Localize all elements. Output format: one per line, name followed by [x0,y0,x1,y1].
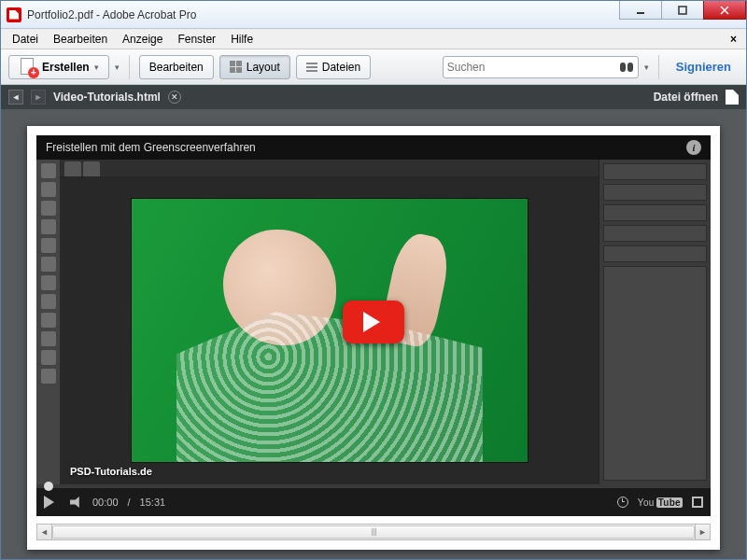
menubar-close-icon[interactable]: × [725,33,742,46]
separator [658,55,659,79]
search-input[interactable] [447,61,619,74]
photoshop-toolbar [36,160,61,484]
horizontal-scrollbar[interactable]: ◄ ► [36,524,711,540]
svg-rect-0 [637,12,644,14]
bearbeiten-button[interactable]: Bearbeiten [139,55,214,79]
menu-hilfe[interactable]: Hilfe [223,31,261,48]
menu-anzeige[interactable]: Anzeige [115,31,170,48]
search-options-chevron-icon[interactable]: ▾ [644,63,649,72]
video-controls: 00:00 / 15:31 YouTube [36,488,711,516]
watch-later-icon[interactable] [617,497,628,508]
video-title: Freistellen mit dem Greenscreenverfahren [46,141,256,154]
document-stage: Freistellen mit dem Greenscreenverfahren… [1,109,746,559]
volume-icon[interactable] [70,497,83,508]
document-page: Freistellen mit dem Greenscreenverfahren… [27,126,720,550]
photoshop-panels [599,160,711,484]
progress-thumb[interactable] [44,482,53,491]
youtube-logo[interactable]: YouTube [638,497,683,508]
menu-fenster[interactable]: Fenster [170,31,223,48]
nav-forward-button[interactable]: ► [31,90,46,105]
photoshop-doc-tabs [61,160,599,176]
close-button[interactable] [703,1,746,20]
document-filename: Video-Tutorials.html [53,91,161,104]
window-controls [620,1,746,20]
scroll-left-button[interactable]: ◄ [37,525,52,539]
open-file-button[interactable]: Datei öffnen [654,91,718,104]
open-file-icon[interactable] [726,90,739,105]
document-tabstrip: ◄ ► Video-Tutorials.html ✕ Datei öffnen [1,85,746,109]
play-icon[interactable] [44,496,61,509]
tab-close-button[interactable]: ✕ [168,91,181,104]
bearbeiten-label: Bearbeiten [149,61,204,74]
erstellen-button[interactable]: + Erstellen ▾ [8,55,109,79]
time-total: 15:31 [140,497,166,508]
svg-rect-1 [679,7,686,14]
scroll-thumb[interactable] [52,525,695,539]
menu-bearbeiten[interactable]: Bearbeiten [46,31,115,48]
video-progress-bar[interactable] [36,484,711,488]
create-document-icon: + [19,58,37,77]
scroll-right-button[interactable]: ► [695,525,710,539]
application-window: Portfolio2.pdf - Adobe Acrobat Pro Datei… [0,0,747,560]
dateien-label: Dateien [322,61,360,74]
youtube-play-button[interactable] [343,301,404,343]
video-titlebar: Freistellen mit dem Greenscreenverfahren… [36,135,711,160]
binoculars-icon[interactable] [619,61,634,74]
nav-back-button[interactable]: ◄ [8,90,23,105]
fullscreen-icon[interactable] [692,497,703,508]
menu-datei[interactable]: Datei [5,31,46,48]
window-title: Portfolio2.pdf - Adobe Acrobat Pro [27,8,620,21]
signieren-button[interactable]: Signieren [669,60,739,74]
maximize-button[interactable] [661,1,704,20]
scroll-track[interactable] [52,525,695,539]
video-watermark: PSD-Tutorials.de [70,466,152,477]
layout-grid-icon [230,61,242,73]
toolbar: + Erstellen ▾ ▾ Bearbeiten Layout Dateie… [1,49,746,85]
greenscreen-photo [131,198,529,463]
time-current: 00:00 [92,497,119,508]
minimize-button[interactable] [619,1,662,20]
titlebar: Portfolio2.pdf - Adobe Acrobat Pro [1,1,746,29]
layout-button[interactable]: Layout [219,55,290,79]
separator [129,55,130,79]
time-separator: / [128,497,131,508]
video-info-icon[interactable]: i [686,140,701,155]
chevron-down-icon: ▾ [94,63,99,72]
layout-label: Layout [247,61,280,74]
overflow-chevron-icon[interactable]: ▾ [115,63,120,72]
photoshop-canvas: PSD-Tutorials.de [61,176,599,484]
search-box[interactable] [443,56,639,78]
menu-bar: Datei Bearbeiten Anzeige Fenster Hilfe × [1,29,746,49]
acrobat-icon [7,7,21,22]
photoshop-main: PSD-Tutorials.de [61,160,599,484]
video-player: Freistellen mit dem Greenscreenverfahren… [36,135,711,516]
erstellen-label: Erstellen [42,61,90,74]
video-canvas[interactable]: PSD-Tutorials.de [36,160,711,484]
files-list-icon [306,63,317,72]
dateien-button[interactable]: Dateien [296,55,371,79]
